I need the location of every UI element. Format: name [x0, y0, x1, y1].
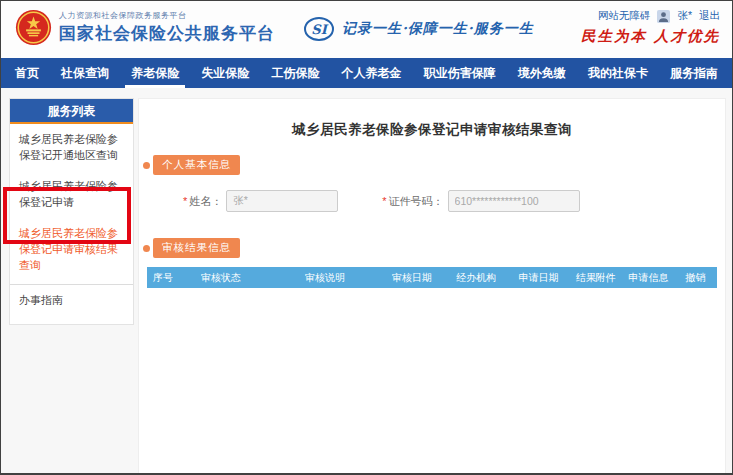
user-area: 网站无障碍 张* 退出 民生为本 人才优先	[581, 9, 720, 46]
national-emblem-icon	[15, 9, 52, 46]
table-column-header: 申请日期	[509, 271, 569, 285]
si-brand: SI 记录一生·保障一生·服务一生	[304, 17, 534, 41]
main-panel: 城乡居民养老保险参保登记申请审核结果查询 个人基本信息 *姓名： *证件号码： …	[138, 98, 726, 474]
table-column-header: 申请信息	[623, 271, 674, 285]
username-link[interactable]: 张*	[677, 9, 692, 23]
table-column-header: 审核说明	[270, 271, 381, 285]
nav-item-工伤保险[interactable]: 工伤保险	[271, 58, 319, 88]
table-column-header: 序号	[147, 271, 173, 285]
main-nav: 首页社保查询养老保险失业保险工伤保险个人养老金职业伤害保障境外免缴我的社保卡服务…	[1, 58, 732, 88]
name-label: *姓名：	[183, 194, 222, 209]
table-header-row: 序号审核状态审核说明审核日期经办机构申请日期结果附件申请信息撤销	[147, 267, 717, 288]
table-column-header: 经办机构	[443, 271, 509, 285]
platform-subtitle: 人力资源和社会保障政务服务平台	[59, 10, 275, 21]
section-badge: 个人基本信息	[153, 155, 240, 175]
slogan-text: 记录一生·保障一生·服务一生	[342, 20, 534, 38]
sidebar-item[interactable]: 城乡居民养老保险参保登记申请	[10, 171, 133, 218]
platform-title: 国家社会保险公共服务平台	[59, 22, 275, 45]
sidebar-title: 服务列表	[10, 99, 133, 124]
nav-item-境外免缴[interactable]: 境外免缴	[518, 58, 566, 88]
brand-text: 人力资源和社会保障政务服务平台 国家社会保险公共服务平台	[59, 10, 275, 45]
bullet-dot-icon	[143, 162, 150, 169]
section-personal-info: 个人基本信息	[143, 155, 725, 175]
sidebar-list: 城乡居民养老保险参保登记开通地区查询城乡居民养老保险参保登记申请城乡居民养老保险…	[10, 124, 133, 316]
section-badge: 审核结果信息	[153, 238, 240, 258]
nav-item-服务指南[interactable]: 服务指南	[670, 58, 718, 88]
table-column-header: 审核状态	[173, 271, 270, 285]
review-result-table: 序号审核状态审核说明审核日期经办机构申请日期结果附件申请信息撤销	[147, 267, 717, 288]
logout-link[interactable]: 退出	[699, 9, 720, 23]
bullet-dot-icon	[143, 245, 150, 252]
table-column-header: 审核日期	[381, 271, 444, 285]
id-number-input[interactable]	[448, 190, 580, 212]
page-title: 城乡居民养老保险参保登记申请审核结果查询	[139, 121, 725, 139]
sidebar-item[interactable]: 城乡居民养老保险参保登记开通地区查询	[10, 124, 133, 171]
screenshot-frame: 人力资源和社会保障政务服务平台 国家社会保险公共服务平台 SI 记录一生·保障一…	[0, 0, 733, 475]
nav-item-个人养老金[interactable]: 个人养老金	[342, 58, 402, 88]
site-header: 人力资源和社会保障政务服务平台 国家社会保险公共服务平台 SI 记录一生·保障一…	[1, 1, 732, 58]
si-logo-icon: SI	[304, 17, 334, 41]
nav-item-养老保险[interactable]: 养老保险	[131, 58, 179, 88]
personal-info-form: *姓名： *证件号码：	[183, 190, 725, 212]
table-column-header: 撤销	[674, 271, 717, 285]
table-column-header: 结果附件	[569, 271, 623, 285]
brand: 人力资源和社会保障政务服务平台 国家社会保险公共服务平台	[15, 9, 275, 46]
accessibility-link[interactable]: 网站无障碍	[598, 9, 651, 23]
nav-item-我的社保卡[interactable]: 我的社保卡	[588, 58, 648, 88]
nav-item-社保查询[interactable]: 社保查询	[61, 58, 109, 88]
id-number-label: *证件号码：	[382, 194, 443, 209]
name-input[interactable]	[226, 190, 338, 212]
required-marker: *	[183, 195, 187, 207]
user-avatar-icon	[657, 10, 670, 23]
nav-item-失业保险[interactable]: 失业保险	[201, 58, 249, 88]
calligraphy-motto: 民生为本 人才优先	[581, 27, 720, 46]
required-marker: *	[382, 195, 386, 207]
nav-item-职业伤害保障[interactable]: 职业伤害保障	[424, 58, 496, 88]
nav-item-首页[interactable]: 首页	[15, 58, 39, 88]
sidebar-item[interactable]: 办事指南	[10, 285, 133, 316]
sidebar: 服务列表 城乡居民养老保险参保登记开通地区查询城乡居民养老保险参保登记申请城乡居…	[9, 98, 134, 325]
sidebar-item[interactable]: 城乡居民养老保险参保登记申请审核结果查询	[10, 218, 133, 285]
section-review-result: 审核结果信息	[143, 238, 725, 258]
page-body: 服务列表 城乡居民养老保险参保登记开通地区查询城乡居民养老保险参保登记申请城乡居…	[1, 88, 732, 474]
